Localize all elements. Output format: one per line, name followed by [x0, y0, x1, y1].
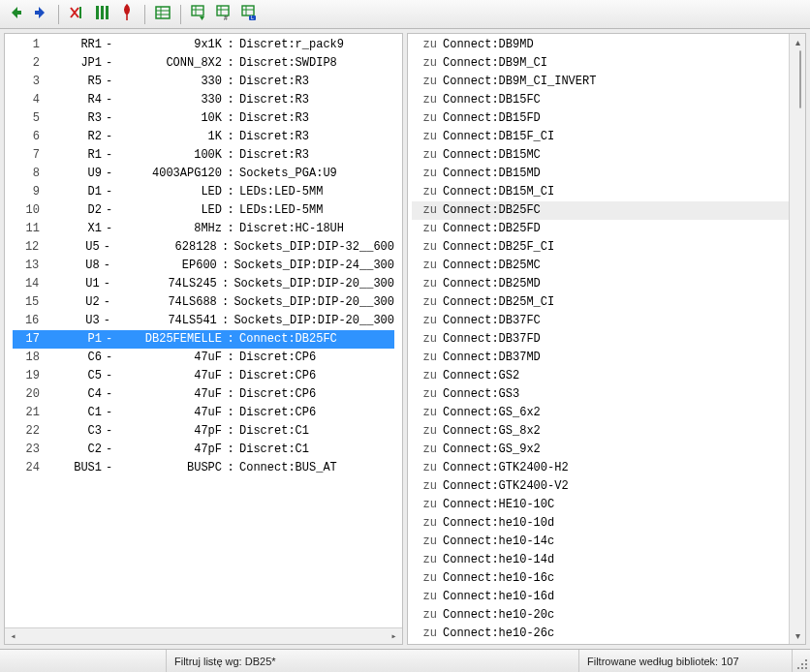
table-next-icon: [190, 4, 207, 24]
component-row[interactable]: 9D1-LED:LEDs:LED-5MM: [13, 183, 394, 201]
component-row[interactable]: 6R2-1K:Discret:R3: [13, 128, 394, 146]
component-row[interactable]: 12U5-628128:Sockets_DIP:DIP-32__600: [13, 238, 394, 257]
footprint-row[interactable]: zuConnect:he10-16c: [412, 569, 797, 588]
footprint-row[interactable]: zuConnect:he10-14c: [412, 533, 797, 551]
footprint-row[interactable]: zuConnect:GTK2400-H2: [412, 459, 797, 477]
footprint-row[interactable]: zuConnect:DB9M_CI: [412, 54, 797, 73]
footprint-row[interactable]: zuConnect:DB25F_CI: [412, 238, 797, 257]
component-row[interactable]: 8U9-4003APG120:Sockets_PGA:U9: [13, 165, 394, 183]
scroll-right-arrow-icon[interactable]: ▸: [386, 628, 402, 645]
component-row[interactable]: 24BUS1-BUSPC:Connect:BUS_AT: [13, 459, 394, 477]
horizontal-scrollbar[interactable]: ◂ ▸: [5, 627, 402, 644]
footprint-row[interactable]: zuConnect:he10-20c: [412, 606, 797, 625]
row-number: 24: [13, 459, 40, 477]
footprint-row[interactable]: zuConnect:GS_6x2: [412, 404, 797, 422]
footprint-row[interactable]: zuConnect:DB37FC: [412, 312, 797, 330]
component-row[interactable]: 14U1-74LS245:Sockets_DIP:DIP-20__300: [13, 275, 394, 293]
footprint-row[interactable]: zuConnect:DB37MD: [412, 349, 797, 367]
component-row[interactable]: 15U2-74LS688:Sockets_DIP:DIP-20__300: [13, 293, 394, 312]
row-prefix: zu: [412, 330, 437, 349]
row-footprint-name: Connect:DB37FD: [437, 330, 541, 349]
row-colon: :: [217, 312, 234, 330]
forward-button[interactable]: [29, 3, 52, 26]
row-value: 74LS245: [118, 275, 216, 293]
component-row[interactable]: 1RR1-9x1K:Discret:r_pack9: [13, 36, 394, 54]
scroll-left-arrow-icon[interactable]: ◂: [5, 628, 21, 645]
back-button[interactable]: [4, 3, 27, 26]
footprint-row[interactable]: zuConnect:he10-26c: [412, 625, 797, 643]
footprint-row[interactable]: zuConnect:he10-14d: [412, 551, 797, 569]
row-colon: :: [222, 220, 239, 238]
footprint-row[interactable]: zuConnect:DB15F_CI: [412, 128, 797, 146]
row-footprint: Discret:R3: [239, 128, 394, 146]
row-number: 23: [13, 441, 40, 459]
component-row[interactable]: 13U8-EP600:Sockets_DIP:DIP-24__300: [13, 257, 394, 275]
component-row[interactable]: 3R5-330:Discret:R3: [13, 73, 394, 91]
component-row[interactable]: 20C4-47uF:Discret:CP6: [13, 385, 394, 404]
row-colon: :: [217, 293, 234, 312]
scrollbar-thumb[interactable]: [799, 50, 801, 108]
component-row[interactable]: 17P1-DB25FEMELLE:Connect:DB25FC: [13, 330, 394, 349]
component-row[interactable]: 11X1-8MHz:Discret:HC-18UH: [13, 220, 394, 238]
row-dash: -: [100, 312, 119, 330]
row-value: 330: [121, 91, 222, 109]
footprint-row[interactable]: zuConnect:GS_8x2: [412, 422, 797, 441]
scroll-down-arrow-icon[interactable]: ▾: [790, 627, 806, 644]
footprint-row[interactable]: zuConnect:DB37FD: [412, 330, 797, 349]
component-list[interactable]: 1RR1-9x1K:Discret:r_pack92JP1-CONN_8X2:D…: [5, 34, 402, 627]
pdf-button[interactable]: [115, 3, 139, 26]
footprint-row[interactable]: zuConnect:he10-10d: [412, 514, 797, 533]
component-row[interactable]: 7R1-100K:Discret:R3: [13, 146, 394, 165]
component-row[interactable]: 22C3-47pF:Discret:C1: [13, 422, 394, 441]
row-dash: -: [102, 201, 121, 220]
row-prefix: zu: [412, 238, 437, 257]
footprint-row[interactable]: zuConnect:GTK2400-V2: [412, 477, 797, 496]
footprint-row[interactable]: zuConnect:HE10-10C: [412, 496, 797, 514]
component-row[interactable]: 4R4-330:Discret:R3: [13, 91, 394, 109]
footprint-row[interactable]: zuConnect:DB25M_CI: [412, 293, 797, 312]
footprint-row[interactable]: zuConnect:DB15FD: [412, 109, 797, 128]
footprint-row[interactable]: zuConnect:DB15M_CI: [412, 183, 797, 201]
select-next-num-button[interactable]: #: [212, 3, 235, 26]
component-row[interactable]: 5R3-10K:Discret:R3: [13, 109, 394, 128]
footprint-row[interactable]: zuConnect:GS2: [412, 367, 797, 385]
component-row[interactable]: 18C6-47uF:Discret:CP6: [13, 349, 394, 367]
footprint-row[interactable]: zuConnect:DB25MC: [412, 257, 797, 275]
row-prefix: zu: [412, 588, 437, 606]
row-number: 8: [13, 165, 40, 183]
component-row[interactable]: 23C2-47pF:Discret:C1: [13, 441, 394, 459]
resize-grip[interactable]: [793, 650, 810, 672]
component-row[interactable]: 21C1-47uF:Discret:CP6: [13, 404, 394, 422]
select-next-button[interactable]: [187, 3, 210, 26]
row-number: 13: [13, 257, 39, 275]
row-prefix: zu: [412, 367, 437, 385]
row-prefix: zu: [412, 551, 437, 569]
footprint-list-pane: zuConnect:DB9MDzuConnect:DB9M_CIzuConnec…: [407, 33, 806, 645]
component-row[interactable]: 16U3-74LS541:Sockets_DIP:DIP-20__300: [13, 312, 394, 330]
row-dash: -: [102, 73, 121, 91]
table-button[interactable]: [151, 3, 174, 26]
footprint-row[interactable]: zuConnect:GS_9x2: [412, 441, 797, 459]
footprint-row[interactable]: zuConnect:DB15MC: [412, 146, 797, 165]
auto-assoc-button[interactable]: [90, 3, 113, 26]
footprint-row[interactable]: zuConnect:DB9MD: [412, 36, 797, 54]
delete-assoc-button[interactable]: [65, 3, 88, 26]
vertical-scrollbar[interactable]: ▴ ▾: [789, 34, 805, 644]
scroll-up-arrow-icon[interactable]: ▴: [790, 34, 806, 50]
footprint-row[interactable]: zuConnect:DB25FD: [412, 220, 797, 238]
footprint-row[interactable]: zuConnect:GS3: [412, 385, 797, 404]
footprint-row[interactable]: zuConnect:DB15MD: [412, 165, 797, 183]
component-row[interactable]: 19C5-47uF:Discret:CP6: [13, 367, 394, 385]
footprint-row[interactable]: zuConnect:DB9M_CI_INVERT: [412, 73, 797, 91]
footprint-row[interactable]: zuConnect:DB15FC: [412, 91, 797, 109]
row-ref: C5: [40, 367, 102, 385]
component-row[interactable]: 2JP1-CONN_8X2:Discret:SWDIP8: [13, 54, 394, 73]
component-row[interactable]: 10D2-LED:LEDs:LED-5MM: [13, 201, 394, 220]
footprint-row[interactable]: zuConnect:DB25FC: [412, 201, 797, 220]
footprint-list[interactable]: zuConnect:DB9MDzuConnect:DB9M_CIzuConnec…: [408, 34, 805, 644]
footprint-row[interactable]: zuConnect:he10-16d: [412, 588, 797, 606]
select-next-l-button[interactable]: L: [237, 3, 261, 26]
row-dash: -: [102, 109, 121, 128]
row-colon: :: [222, 459, 239, 477]
footprint-row[interactable]: zuConnect:DB25MD: [412, 275, 797, 293]
